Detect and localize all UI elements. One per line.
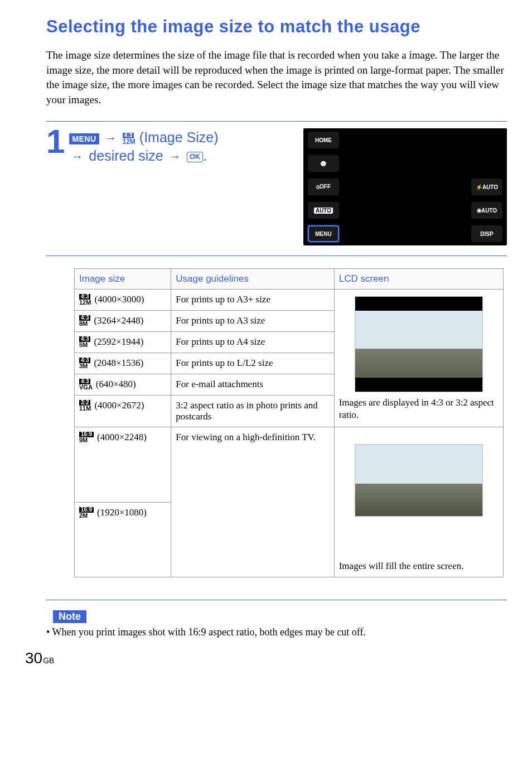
lcd-preview-4-3: Images are displayed in 4:3 or 3:2 aspec… [334, 290, 503, 427]
th-lcd: LCD screen [334, 269, 503, 290]
th-usage: Usage guidelines [171, 269, 334, 290]
note-badge: Note [53, 610, 86, 623]
lcd-image-4-3 [355, 296, 483, 392]
lcd-menu-button: MENU [308, 225, 339, 242]
lcd-home-button: HOME [308, 132, 339, 148]
table-row: 16:99M (4000×2248) For viewing on a high… [75, 427, 504, 503]
table-row: 4:312M (4000×3000) For prints up to A3+ … [75, 290, 504, 311]
step-instruction: MENU → 4:3 12M (Image Size) → desired si… [69, 128, 218, 165]
note-text: When you print images shot with 16:9 asp… [46, 626, 507, 638]
arrow-icon: → [71, 150, 83, 163]
arrow-icon: → [105, 131, 117, 145]
image-size-table: Image size Usage guidelines LCD screen 4… [74, 268, 504, 577]
lcd-face-button: ☻ [308, 155, 339, 172]
page-title: Selecting the image size to match the us… [46, 17, 507, 37]
arrow-icon: → [169, 150, 181, 163]
image-size-icon: 4:3 12M [123, 133, 136, 145]
ok-badge: OK [187, 152, 204, 162]
page-number: 30 GB [25, 649, 507, 667]
divider [46, 600, 507, 600]
th-image-size: Image size [75, 269, 171, 290]
step-block: 1 MENU → 4:3 12M (Image Size) → desired … [46, 121, 507, 256]
lcd-macro-button: ❀AUTO [471, 202, 502, 219]
step-number: 1 [46, 128, 65, 155]
lcd-disp-button: DISP [471, 225, 502, 242]
lcd-image-16-9 [355, 444, 483, 517]
menu-badge: MENU [69, 133, 99, 144]
lcd-rec-button: ⦸OFF [308, 179, 339, 195]
lcd-flash-button: ⚡AUTO [471, 179, 502, 195]
camera-lcd-preview: HOME ☻ ⦸OFF AUTO MENU ⚡AUTO ❀AUTO DISP [303, 128, 507, 245]
lcd-preview-16-9: Images will fill the entire screen. [334, 427, 503, 577]
intro-paragraph: The image size determines the size of th… [46, 48, 507, 107]
lcd-auto-button: AUTO [308, 202, 339, 219]
